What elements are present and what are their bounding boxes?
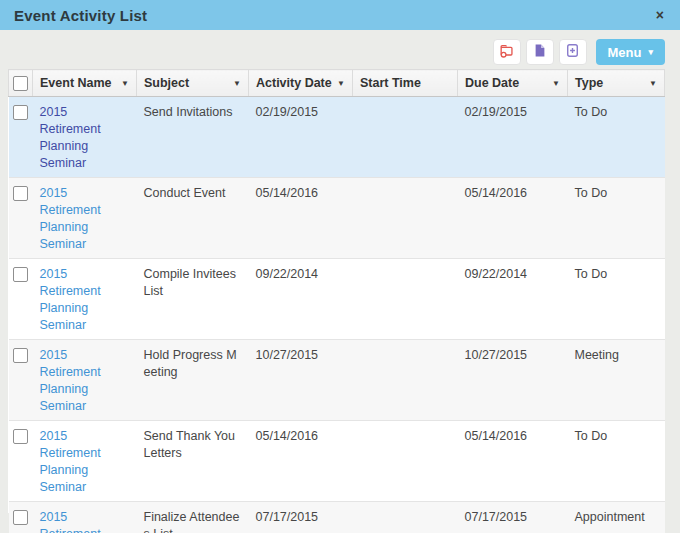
start-time-cell bbox=[353, 502, 458, 533]
filter-icon[interactable]: ▼ bbox=[337, 79, 345, 88]
activity-date-cell: 10/27/2015 bbox=[249, 340, 353, 421]
menu-button[interactable]: Menu ▾ bbox=[596, 39, 665, 65]
row-checkbox[interactable] bbox=[13, 267, 28, 282]
activity-date-cell: 09/22/2014 bbox=[249, 259, 353, 340]
dialog-content: Menu ▾ Event Name ▼ bbox=[0, 39, 680, 513]
column-label: Type bbox=[575, 76, 603, 90]
column-label: Activity Date bbox=[256, 76, 332, 90]
column-header-type[interactable]: Type ▼ bbox=[568, 70, 665, 97]
activity-date-cell: 05/14/2016 bbox=[249, 178, 353, 259]
filter-icon[interactable]: ▼ bbox=[121, 79, 129, 88]
filter-icon[interactable]: ▼ bbox=[649, 79, 657, 88]
column-label: Subject bbox=[144, 76, 189, 90]
subject-cell: Hold Progress Meeting bbox=[137, 340, 249, 421]
table-body: 2015 Retirement Planning Seminar Send In… bbox=[9, 97, 665, 533]
add-document-icon bbox=[565, 43, 580, 61]
table-row[interactable]: 2015 Retirement Planning Seminar Compile… bbox=[9, 259, 665, 340]
due-date-cell: 02/19/2015 bbox=[458, 97, 568, 178]
select-all-checkbox[interactable] bbox=[13, 76, 28, 91]
row-checkbox-cell bbox=[9, 259, 33, 340]
start-time-cell bbox=[353, 421, 458, 502]
chevron-down-icon: ▾ bbox=[648, 48, 653, 57]
subject-cell: Send Invitations bbox=[137, 97, 249, 178]
event-name-cell: 2015 Retirement Planning Seminar bbox=[33, 178, 137, 259]
event-history-button[interactable] bbox=[493, 39, 521, 65]
subject-cell: Send Thank You Letters bbox=[137, 421, 249, 502]
column-header-event-name[interactable]: Event Name ▼ bbox=[33, 70, 137, 97]
table-header-row: Event Name ▼ Subject ▼ Activity Date bbox=[9, 70, 665, 97]
column-label: Start Time bbox=[360, 76, 421, 90]
row-checkbox[interactable] bbox=[13, 348, 28, 363]
select-all-header bbox=[9, 70, 33, 97]
type-cell: Appointment bbox=[568, 502, 665, 533]
filter-icon[interactable]: ▼ bbox=[233, 79, 241, 88]
row-checkbox-cell bbox=[9, 178, 33, 259]
event-history-icon bbox=[499, 43, 514, 61]
dialog-titlebar: Event Activity List × bbox=[0, 0, 680, 30]
add-document-button[interactable] bbox=[559, 39, 587, 65]
event-name-cell: 2015 Retirement Planning Seminar bbox=[33, 97, 137, 178]
table-row[interactable]: 2015 Retirement Planning Seminar Send In… bbox=[9, 97, 665, 178]
due-date-cell: 10/27/2015 bbox=[458, 340, 568, 421]
start-time-cell bbox=[353, 340, 458, 421]
event-name-link[interactable]: 2015 Retirement Planning Seminar bbox=[40, 510, 101, 533]
menu-button-label: Menu bbox=[608, 45, 642, 60]
column-header-activity-date[interactable]: Activity Date ▼ bbox=[249, 70, 353, 97]
row-checkbox-cell bbox=[9, 97, 33, 178]
due-date-cell: 07/17/2015 bbox=[458, 502, 568, 533]
column-header-start-time[interactable]: Start Time bbox=[353, 70, 458, 97]
due-date-cell: 05/14/2016 bbox=[458, 178, 568, 259]
column-header-subject[interactable]: Subject ▼ bbox=[137, 70, 249, 97]
activity-date-cell: 07/17/2015 bbox=[249, 502, 353, 533]
type-cell: To Do bbox=[568, 421, 665, 502]
subject-cell: Compile Invitees List bbox=[137, 259, 249, 340]
due-date-cell: 05/14/2016 bbox=[458, 421, 568, 502]
activity-date-cell: 05/14/2016 bbox=[249, 421, 353, 502]
type-cell: To Do bbox=[568, 97, 665, 178]
subject-cell: Conduct Event bbox=[137, 178, 249, 259]
column-label: Due Date bbox=[465, 76, 519, 90]
event-name-cell: 2015 Retirement Planning Seminar bbox=[33, 340, 137, 421]
table-row[interactable]: 2015 Retirement Planning Seminar Send Th… bbox=[9, 421, 665, 502]
document-icon bbox=[533, 43, 547, 61]
event-name-link[interactable]: 2015 Retirement Planning Seminar bbox=[40, 429, 101, 494]
subject-cell: Finalize Attendees List bbox=[137, 502, 249, 533]
row-checkbox[interactable] bbox=[13, 429, 28, 444]
table-row[interactable]: 2015 Retirement Planning Seminar Hold Pr… bbox=[9, 340, 665, 421]
start-time-cell bbox=[353, 178, 458, 259]
activity-table-container: Event Name ▼ Subject ▼ Activity Date bbox=[8, 69, 665, 513]
column-label: Event Name bbox=[40, 76, 112, 90]
row-checkbox[interactable] bbox=[13, 186, 28, 201]
row-checkbox-cell bbox=[9, 421, 33, 502]
close-icon[interactable]: × bbox=[654, 6, 666, 24]
event-name-cell: 2015 Retirement Planning Seminar bbox=[33, 421, 137, 502]
table-row[interactable]: 2015 Retirement Planning Seminar Conduct… bbox=[9, 178, 665, 259]
event-name-link[interactable]: 2015 Retirement Planning Seminar bbox=[40, 186, 101, 251]
type-cell: To Do bbox=[568, 178, 665, 259]
document-button[interactable] bbox=[526, 39, 554, 65]
start-time-cell bbox=[353, 97, 458, 178]
start-time-cell bbox=[353, 259, 458, 340]
type-cell: To Do bbox=[568, 259, 665, 340]
event-name-link[interactable]: 2015 Retirement Planning Seminar bbox=[40, 267, 101, 332]
row-checkbox[interactable] bbox=[13, 510, 28, 525]
activity-table: Event Name ▼ Subject ▼ Activity Date bbox=[8, 69, 665, 533]
event-name-link[interactable]: 2015 Retirement Planning Seminar bbox=[40, 105, 101, 170]
table-row[interactable]: 2015 Retirement Planning Seminar Finaliz… bbox=[9, 502, 665, 533]
due-date-cell: 09/22/2014 bbox=[458, 259, 568, 340]
row-checkbox[interactable] bbox=[13, 105, 28, 120]
event-name-cell: 2015 Retirement Planning Seminar bbox=[33, 259, 137, 340]
page-title: Event Activity List bbox=[14, 7, 147, 24]
event-name-link[interactable]: 2015 Retirement Planning Seminar bbox=[40, 348, 101, 413]
toolbar: Menu ▾ bbox=[8, 39, 665, 65]
column-header-due-date[interactable]: Due Date ▼ bbox=[458, 70, 568, 97]
filter-icon[interactable]: ▼ bbox=[552, 79, 560, 88]
type-cell: Meeting bbox=[568, 340, 665, 421]
row-checkbox-cell bbox=[9, 502, 33, 533]
activity-date-cell: 02/19/2015 bbox=[249, 97, 353, 178]
event-name-cell: 2015 Retirement Planning Seminar bbox=[33, 502, 137, 533]
row-checkbox-cell bbox=[9, 340, 33, 421]
